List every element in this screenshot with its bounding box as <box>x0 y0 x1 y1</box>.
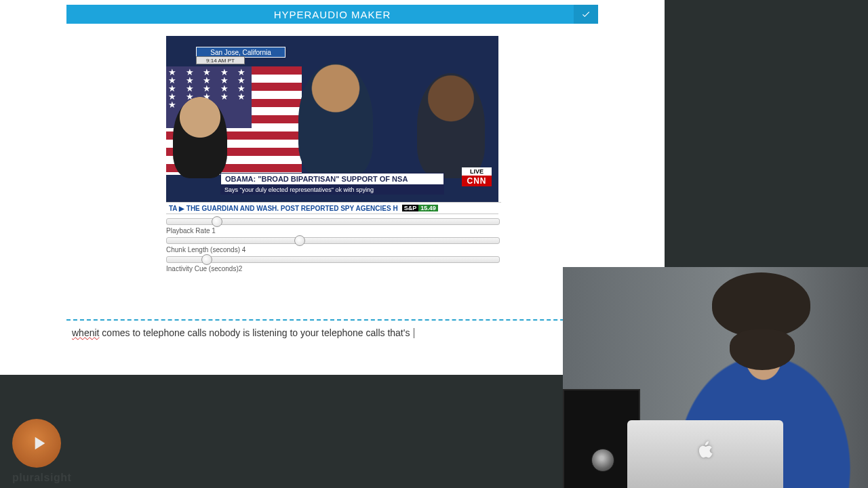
slider-group: Playback Rate 1 Chunk Length (seconds) 4… <box>166 218 498 272</box>
speaker-beard <box>730 329 795 370</box>
slider-label: Chunk Length (seconds) 4 <box>166 246 498 253</box>
check-icon <box>581 9 591 19</box>
ticker-index-value: 15.49 <box>418 205 438 211</box>
slider-thumb[interactable] <box>294 235 305 246</box>
play-button[interactable] <box>12 419 61 468</box>
person-silhouette-right <box>417 73 485 178</box>
ticker-index-label: S&P <box>402 205 419 211</box>
microphone-icon <box>591 449 614 472</box>
speaker-camera-pip <box>563 267 868 488</box>
person-silhouette-center <box>298 63 373 178</box>
confirm-button[interactable] <box>574 5 598 24</box>
slider-thumb[interactable] <box>201 254 212 265</box>
slider-label: Playback Rate 1 <box>166 227 498 235</box>
content-container: HYPERAUDIO MAKER ★ ★ ★ ★ ★ ★ ★ ★ ★ ★ ★ ★… <box>66 5 598 375</box>
news-ticker: TA ▶ THE GUARDIAN AND WASH. POST REPORTE… <box>166 202 501 214</box>
slider-thumb[interactable] <box>212 216 222 227</box>
text-cursor <box>414 328 414 338</box>
network-logo: CNN <box>462 176 492 186</box>
header-bar: HYPERAUDIO MAKER <box>66 5 598 24</box>
section-divider <box>66 319 598 321</box>
transcript-text[interactable]: comes to telephone calls nobody is liste… <box>99 327 412 338</box>
laptop <box>627 420 783 488</box>
live-label: LIVE <box>462 167 492 176</box>
apple-logo-icon <box>693 436 717 464</box>
ticker-text: TA ▶ THE GUARDIAN AND WASH. POST REPORTE… <box>169 205 398 212</box>
playback-rate-slider[interactable]: Playback Rate 1 <box>166 218 498 235</box>
video-time-tag: 9:14 AM PT <box>196 56 245 64</box>
slider-label: Inactivity Cue (seconds)2 <box>166 265 498 272</box>
misspelled-word[interactable]: whenit <box>72 327 99 338</box>
play-icon <box>28 432 50 454</box>
brand-watermark: pluralsight <box>12 472 71 484</box>
inactivity-cue-slider[interactable]: Inactivity Cue (seconds)2 <box>166 256 498 272</box>
person-silhouette-left <box>173 97 227 178</box>
lower-third: OBAMA: "BROAD BIPARTISAN" SUPPORT OF NSA… <box>220 173 444 195</box>
video-player[interactable]: ★ ★ ★ ★ ★ ★ ★ ★ ★ ★ ★ ★ ★ ★ ★ ★ ★ ★ ★ ★ … <box>166 36 498 214</box>
chyron-headline: OBAMA: "BROAD BIPARTISAN" SUPPORT OF NSA <box>220 173 444 185</box>
speaker-hair <box>712 272 810 337</box>
app-title: HYPERAUDIO MAKER <box>274 9 391 20</box>
live-badge-stack: LIVE CNN <box>462 167 492 186</box>
chyron-subline: Says "your duly elected representatives"… <box>220 185 444 195</box>
chunk-length-slider[interactable]: Chunk Length (seconds) 4 <box>166 237 498 253</box>
transcript-input[interactable]: whenit comes to telephone calls nobody i… <box>72 326 593 340</box>
